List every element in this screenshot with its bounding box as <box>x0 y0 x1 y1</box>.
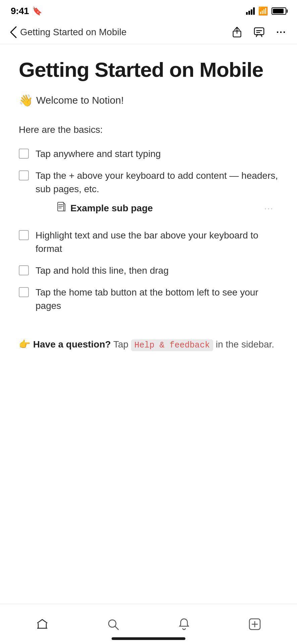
checklist: Tap anywhere and start typing Tap the + … <box>19 143 278 317</box>
page-doc-icon <box>57 202 66 215</box>
svg-line-6 <box>42 620 47 623</box>
tab-home[interactable] <box>7 617 78 632</box>
status-icons: 📶 <box>246 6 286 16</box>
sub-page-link[interactable]: Example sub page ··· <box>52 198 278 219</box>
svg-rect-1 <box>254 28 264 35</box>
checklist-text-4: Tap and hold this line, then drag <box>36 264 278 278</box>
ellipsis-icon: ··· <box>276 27 286 38</box>
checklist-item-2: Tap the + above your keyboard to add con… <box>19 165 278 225</box>
nav-right: ··· <box>231 26 288 39</box>
footer-emoji: 👉 <box>19 339 31 350</box>
checklist-item-5: Tap the home tab button at the bottom le… <box>19 282 278 317</box>
back-button[interactable] <box>9 26 17 38</box>
tab-new[interactable] <box>220 617 291 632</box>
tab-search[interactable] <box>78 617 149 632</box>
status-time: 9:41 <box>11 6 29 16</box>
svg-rect-4 <box>58 202 64 211</box>
battery-icon <box>272 7 286 15</box>
share-button[interactable] <box>231 26 243 39</box>
checkbox-1[interactable] <box>19 149 29 159</box>
checkbox-2[interactable] <box>19 170 29 180</box>
tab-bar <box>0 604 297 644</box>
footer-bold: Have a question? <box>33 339 111 350</box>
checkbox-3[interactable] <box>19 230 29 240</box>
status-bar: 9:41 🔖 📶 <box>0 0 297 20</box>
footer-note: 👉 Have a question? Tap Help & feedback i… <box>19 337 278 352</box>
checklist-text-2: Tap the + above your keyboard to add con… <box>36 170 278 195</box>
svg-line-11 <box>115 626 119 630</box>
svg-line-5 <box>38 620 42 623</box>
checkbox-4[interactable] <box>19 265 29 275</box>
more-button[interactable]: ··· <box>275 26 288 39</box>
welcome-line: 👋 Welcome to Notion! <box>19 94 278 107</box>
bell-icon <box>177 617 191 632</box>
comment-button[interactable] <box>253 26 265 39</box>
checklist-text-1: Tap anywhere and start typing <box>36 147 278 161</box>
footer-trailing: in the sidebar. <box>216 339 274 350</box>
nav-left: Getting Started on Mobile <box>9 26 127 38</box>
nav-title: Getting Started on Mobile <box>20 27 127 38</box>
footer-plain: Tap <box>113 339 131 350</box>
welcome-text: Welcome to Notion! <box>36 95 124 106</box>
sub-page-ellipsis[interactable]: ··· <box>264 202 274 215</box>
basics-intro: Here are the basics: <box>19 124 278 135</box>
wave-emoji: 👋 <box>19 94 33 107</box>
sub-page-left: Example sub page <box>57 202 153 215</box>
main-content: Getting Started on Mobile 👋 Welcome to N… <box>0 44 297 419</box>
checkbox-5[interactable] <box>19 287 29 297</box>
checklist-item-1: Tap anywhere and start typing <box>19 143 278 165</box>
new-icon <box>247 617 262 632</box>
page-title: Getting Started on Mobile <box>19 58 278 82</box>
bookmark-icon: 🔖 <box>32 6 42 16</box>
sub-page-title: Example sub page <box>70 202 153 215</box>
signal-icon <box>246 7 255 15</box>
home-icon <box>35 617 50 632</box>
wifi-icon: 📶 <box>258 6 268 16</box>
search-icon <box>106 617 120 632</box>
tab-notifications[interactable] <box>148 617 220 632</box>
checklist-item-4: Tap and hold this line, then drag <box>19 260 278 282</box>
checklist-text-5: Tap the home tab button at the bottom le… <box>36 286 278 313</box>
help-badge[interactable]: Help & feedback <box>131 339 213 351</box>
checklist-text-3: Highlight text and use the bar above you… <box>36 229 278 256</box>
checklist-item-3: Highlight text and use the bar above you… <box>19 225 278 260</box>
nav-bar: Getting Started on Mobile ··· <box>0 20 297 44</box>
